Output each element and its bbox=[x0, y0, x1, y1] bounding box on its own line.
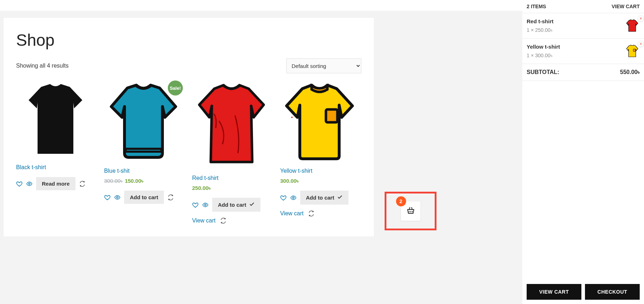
svg-rect-1 bbox=[126, 149, 161, 152]
price: 250.00৳ bbox=[192, 185, 211, 191]
svg-rect-4 bbox=[326, 109, 337, 122]
mini-cart-item: Red t-shirt 1 × 250.00৳ × bbox=[522, 13, 644, 39]
mini-cart-item: Yellow t-shirt 1 × 300.00৳ × bbox=[522, 39, 644, 64]
quickview-icon[interactable] bbox=[290, 195, 297, 201]
quickview-icon[interactable] bbox=[202, 202, 209, 208]
product-actions: Add to cart bbox=[192, 198, 271, 212]
result-count: Showing all 4 results bbox=[16, 63, 69, 69]
product-price: 300.00৳ bbox=[280, 178, 359, 184]
mini-cart-thumb[interactable] bbox=[625, 44, 640, 59]
page-title: Shop bbox=[16, 30, 361, 50]
product-card: Yellow t-shirt 300.00৳ Add to cart View … bbox=[280, 80, 359, 224]
quickview-icon[interactable] bbox=[114, 194, 121, 201]
product-title[interactable]: Yellow t-shirt bbox=[280, 168, 359, 174]
mini-cart-thumb[interactable] bbox=[625, 18, 640, 33]
basket-icon bbox=[406, 206, 415, 216]
checkout-button[interactable]: CHECKOUT bbox=[585, 284, 640, 300]
remove-item-button[interactable]: × bbox=[638, 41, 644, 47]
subtotal-label: SUBTOTAL: bbox=[527, 69, 559, 75]
product-image[interactable] bbox=[192, 80, 271, 170]
view-cart-row: View cart bbox=[192, 217, 271, 224]
price: 300.00৳ bbox=[280, 178, 299, 184]
svg-point-0 bbox=[29, 183, 30, 185]
button-label: Add to cart bbox=[306, 195, 334, 201]
sort-select[interactable]: Default sorting bbox=[286, 58, 361, 73]
product-card: Sale! Blue t-shit 300.00৳150.00৳ Add to … bbox=[104, 80, 183, 224]
shop-toolbar: Showing all 4 results Default sorting bbox=[16, 58, 361, 73]
sale-price: 150.00৳ bbox=[125, 178, 143, 184]
quickview-icon[interactable] bbox=[26, 181, 33, 187]
product-title[interactable]: Blue t-shit bbox=[104, 168, 183, 174]
svg-point-2 bbox=[117, 196, 118, 198]
svg-rect-7 bbox=[633, 49, 635, 52]
compare-icon[interactable] bbox=[220, 217, 226, 224]
cart-items-count: 2 ITEMS bbox=[527, 4, 546, 9]
remove-item-button[interactable]: × bbox=[638, 15, 644, 22]
svg-point-3 bbox=[205, 204, 206, 206]
sale-badge: Sale! bbox=[168, 80, 183, 95]
add-to-cart-button[interactable]: Add to cart bbox=[300, 191, 348, 205]
compare-icon[interactable] bbox=[79, 181, 86, 187]
product-card: Black t-shirt Read more bbox=[16, 80, 95, 224]
add-to-cart-button[interactable]: Add to cart bbox=[212, 198, 260, 212]
view-cart-link[interactable]: View cart bbox=[280, 210, 304, 217]
floating-cart-highlight: 2 bbox=[385, 192, 436, 230]
product-image[interactable] bbox=[16, 80, 95, 159]
compare-icon[interactable] bbox=[167, 194, 174, 201]
product-price: 300.00৳150.00৳ bbox=[104, 178, 183, 184]
check-icon bbox=[249, 201, 255, 208]
mini-cart-buttons: VIEW CART CHECKOUT bbox=[522, 280, 644, 304]
product-title[interactable]: Red t-shirt bbox=[192, 175, 271, 181]
shop-main: Shop Showing all 4 results Default sorti… bbox=[4, 18, 374, 236]
wishlist-icon[interactable] bbox=[104, 194, 111, 201]
check-icon bbox=[337, 194, 343, 201]
product-title[interactable]: Black t-shirt bbox=[16, 164, 95, 171]
mini-cart-header: 2 ITEMS VIEW CART bbox=[522, 0, 644, 13]
svg-point-5 bbox=[291, 117, 293, 118]
product-card: Red t-shirt 250.00৳ Add to cart View car… bbox=[192, 80, 271, 224]
wishlist-icon[interactable] bbox=[16, 181, 23, 187]
compare-icon[interactable] bbox=[308, 210, 314, 217]
product-image[interactable] bbox=[280, 80, 359, 163]
mini-cart-item-qty: 1 × 300.00৳ bbox=[527, 53, 560, 59]
product-actions: Add to cart bbox=[104, 191, 183, 204]
wishlist-icon[interactable] bbox=[280, 195, 287, 201]
product-actions: Add to cart bbox=[280, 191, 359, 205]
mini-cart-view-link[interactable]: VIEW CART bbox=[611, 4, 640, 9]
old-price: 300.00৳ bbox=[104, 178, 123, 184]
cart-count-badge: 2 bbox=[396, 196, 406, 206]
mini-cart-subtotal: SUBTOTAL: 550.00৳ bbox=[522, 64, 644, 81]
button-label: Add to cart bbox=[218, 202, 246, 208]
mini-cart-item-name[interactable]: Yellow t-shirt bbox=[527, 44, 560, 50]
view-cart-link[interactable]: View cart bbox=[192, 217, 216, 224]
svg-point-6 bbox=[293, 197, 294, 198]
product-actions: Read more bbox=[16, 177, 95, 190]
subtotal-value: 550.00৳ bbox=[620, 69, 640, 75]
view-cart-row: View cart bbox=[280, 210, 359, 217]
product-image[interactable]: Sale! bbox=[104, 80, 183, 163]
read-more-button[interactable]: Read more bbox=[36, 177, 75, 190]
view-cart-button[interactable]: VIEW CART bbox=[527, 284, 581, 300]
product-price: 250.00৳ bbox=[192, 185, 271, 191]
product-grid: Black t-shirt Read more Sale! Blue t-shi… bbox=[16, 80, 361, 224]
mini-cart-item-name[interactable]: Red t-shirt bbox=[527, 18, 553, 24]
mini-cart-panel: 2 ITEMS VIEW CART Red t-shirt 1 × 250.00… bbox=[522, 0, 644, 304]
add-to-cart-button[interactable]: Add to cart bbox=[124, 191, 164, 204]
mini-cart-item-qty: 1 × 250.00৳ bbox=[527, 27, 553, 33]
floating-cart-button[interactable]: 2 bbox=[401, 201, 421, 221]
wishlist-icon[interactable] bbox=[192, 202, 199, 208]
